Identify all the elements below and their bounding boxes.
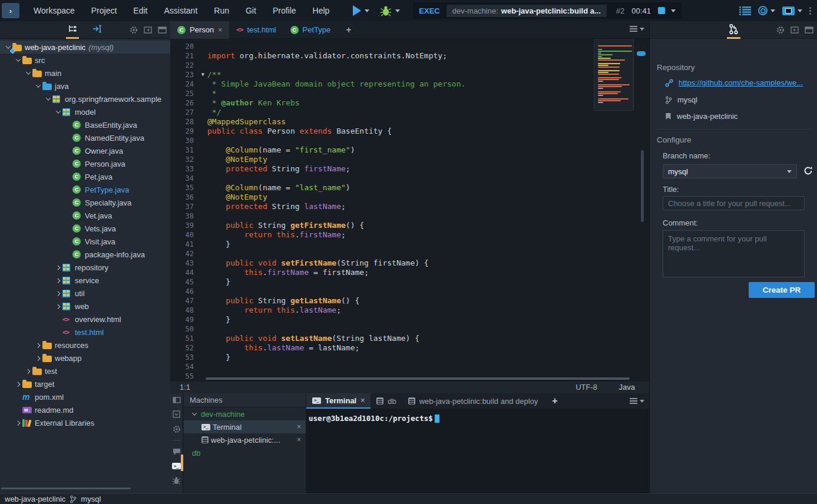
target-icon[interactable]: [758, 6, 768, 15]
refresh-icon[interactable]: [803, 165, 813, 176]
tree-item[interactable]: CBaseEntity.java: [0, 118, 170, 131]
pr-comment-input[interactable]: [663, 230, 805, 277]
tree-item[interactable]: webapp: [0, 352, 170, 364]
chevron-right-icon[interactable]: [35, 356, 40, 360]
editor-vertical-scrollbar[interactable]: [641, 150, 644, 222]
menu-item-git[interactable]: Git: [237, 0, 264, 21]
tree-horizontal-scrollbar[interactable]: [1, 488, 131, 489]
tree-item[interactable]: java: [0, 79, 170, 92]
pr-title-input[interactable]: [663, 196, 805, 210]
chevron-right-icon[interactable]: [15, 420, 20, 425]
machine-tree-item[interactable]: db: [184, 446, 306, 459]
tree-item[interactable]: test: [0, 364, 170, 377]
gear-icon[interactable]: [130, 26, 138, 34]
code-editor[interactable]: 2021import org.hibernate.validator.const…: [170, 39, 649, 382]
bug-icon[interactable]: [172, 476, 181, 485]
menu-item-profile[interactable]: Profile: [264, 0, 305, 21]
tree-item[interactable]: main: [0, 67, 170, 79]
chevron-right-icon[interactable]: [55, 278, 60, 283]
tree-item[interactable]: web: [0, 300, 170, 313]
tree-item[interactable]: repository: [0, 261, 170, 274]
chevron-down-icon[interactable]: [191, 410, 196, 415]
tree-item[interactable]: target: [0, 377, 170, 390]
tree-item[interactable]: <>overview.html: [0, 313, 170, 326]
chevron-down-icon[interactable]: [25, 69, 30, 74]
tree-item[interactable]: CNamedEntity.java: [0, 131, 170, 144]
editor-tab-menu-icon[interactable]: [630, 26, 644, 32]
tree-item[interactable]: <>test.html: [0, 326, 170, 339]
editor-tab[interactable]: CPetType: [283, 21, 338, 39]
tree-item[interactable]: External Libraries: [0, 416, 170, 429]
go-into-icon[interactable]: [91, 21, 104, 39]
branch-select[interactable]: mysql: [663, 164, 797, 178]
chevron-right-icon[interactable]: [35, 343, 40, 347]
close-icon[interactable]: ×: [360, 396, 365, 404]
tree-item[interactable]: model: [0, 105, 170, 118]
debug-dropdown-caret-icon[interactable]: [395, 9, 400, 12]
debug-icon[interactable]: [380, 5, 392, 16]
terminal-tab[interactable]: web-java-petclinic:build and deploy: [402, 393, 544, 409]
run-icon[interactable]: [353, 5, 361, 16]
panel-layout-icon[interactable]: [173, 397, 181, 403]
tree-item[interactable]: CPet.java: [0, 170, 170, 183]
menu-item-workspace[interactable]: Workspace: [25, 0, 83, 21]
machine-tree-item[interactable]: dev-machine: [184, 407, 306, 420]
chevron-down-icon[interactable]: [5, 44, 10, 48]
box-chevron-icon[interactable]: [173, 410, 180, 418]
tree-item[interactable]: mpom.xml: [0, 390, 170, 403]
tree-item[interactable]: CVet.java: [0, 209, 170, 222]
stop-icon[interactable]: [658, 7, 665, 14]
menu-item-assistant[interactable]: Assistant: [156, 0, 206, 21]
tree-item[interactable]: web-java-petclinic(mysql): [0, 41, 170, 54]
tree-item[interactable]: M↓readme.md: [0, 403, 170, 416]
tree-item[interactable]: util: [0, 287, 170, 300]
more-icon[interactable]: [809, 7, 811, 15]
create-pr-button[interactable]: Create PR: [749, 282, 815, 298]
tree-item[interactable]: org.springframework.sample: [0, 92, 170, 105]
machine-tree-item[interactable]: >_Terminal×: [184, 420, 306, 433]
add-tab-icon[interactable]: +: [338, 25, 359, 35]
project-explorer-icon[interactable]: [66, 21, 79, 39]
editor-tab[interactable]: <>test.html: [229, 21, 283, 39]
machine-tree-item[interactable]: web-java-petclinic:...×: [184, 433, 306, 446]
panel-layout-icon[interactable]: [158, 26, 167, 34]
run-dropdown-caret-icon[interactable]: [365, 9, 369, 12]
tree-item[interactable]: CVets.java: [0, 222, 170, 235]
exec-process-bar[interactable]: EXEC dev-machine: web-java-petclinic:bui…: [413, 2, 682, 19]
editor-horizontal-scrollbar[interactable]: [206, 377, 630, 380]
terminal-tab[interactable]: >_Terminal×: [306, 393, 371, 409]
add-terminal-tab-icon[interactable]: +: [544, 396, 565, 406]
target-dropdown-caret-icon[interactable]: [770, 9, 775, 12]
gear-icon[interactable]: [776, 26, 785, 34]
tree-item[interactable]: CPetType.java: [0, 183, 170, 196]
chevron-right-icon[interactable]: [25, 369, 30, 373]
repo-url-link[interactable]: https://github.com/che-samples/we...: [679, 78, 803, 87]
tree-item[interactable]: resources: [0, 339, 170, 352]
editor-tab[interactable]: CPerson×: [170, 21, 229, 39]
chat-icon[interactable]: [173, 448, 181, 456]
process-dropdown-caret-icon[interactable]: [671, 9, 676, 12]
tree-item[interactable]: service: [0, 274, 170, 287]
close-icon[interactable]: ×: [218, 26, 222, 34]
terminal-icon[interactable]: >_: [172, 463, 181, 469]
gear-icon[interactable]: [173, 425, 181, 433]
fold-icon[interactable]: ▼: [199, 70, 207, 79]
menu-item-help[interactable]: Help: [305, 0, 338, 21]
terminal-tab-menu-icon[interactable]: [630, 398, 644, 404]
navigation-icon[interactable]: ›: [2, 3, 19, 18]
chevron-down-icon[interactable]: [15, 57, 20, 61]
processes-list-icon[interactable]: [739, 6, 751, 15]
terminal-tab[interactable]: db: [371, 393, 402, 409]
menu-item-edit[interactable]: Edit: [125, 0, 156, 21]
chevron-down-icon[interactable]: [55, 108, 60, 113]
window-dropdown-caret-icon[interactable]: [798, 9, 802, 12]
panel-layout-icon[interactable]: [805, 26, 813, 34]
tree-item[interactable]: CSpecialty.java: [0, 196, 170, 209]
tree-item[interactable]: src: [0, 54, 170, 67]
pull-request-icon[interactable]: [727, 21, 740, 39]
tree-item[interactable]: CPerson.java: [0, 157, 170, 170]
chevron-down-icon[interactable]: [45, 95, 50, 100]
chevron-right-icon[interactable]: [55, 291, 60, 296]
tree-item[interactable]: COwner.java: [0, 144, 170, 157]
menu-item-run[interactable]: Run: [206, 0, 237, 21]
